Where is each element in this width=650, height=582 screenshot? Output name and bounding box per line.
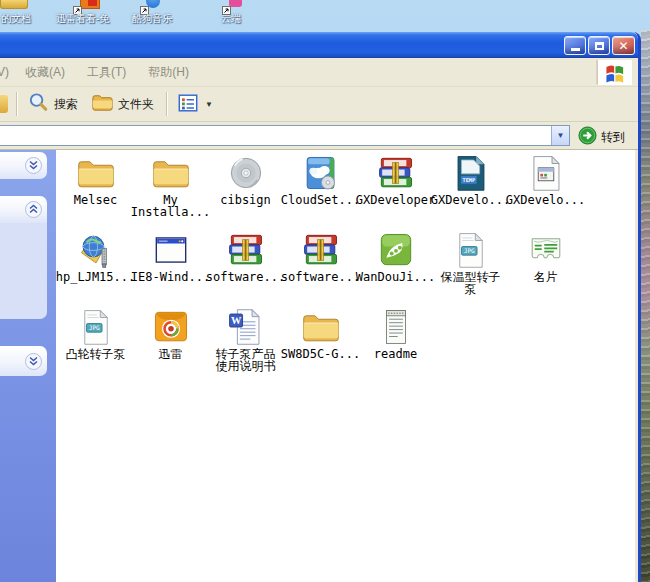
file-label: SW8D5C-G... <box>281 348 360 360</box>
task-pane <box>0 150 56 582</box>
file-label: readme <box>374 348 417 360</box>
file-label: 凸轮转子泵 <box>66 348 126 360</box>
minimize-icon <box>571 48 580 51</box>
cloud-drive-label[interactable]: 云端 <box>221 12 241 26</box>
wandoujia-icon <box>374 230 418 270</box>
file-label: IE8-Wind... <box>131 271 210 283</box>
windows-logo-icon <box>597 60 632 85</box>
file-item[interactable]: W转子泵产品使用说明书 <box>208 306 283 383</box>
clipped-toolbar-icon <box>0 95 8 113</box>
folder-icon <box>149 153 193 193</box>
zipglobe-icon <box>74 230 118 270</box>
chevron-collapse-icon[interactable] <box>25 201 42 222</box>
file-item[interactable]: software... <box>283 229 358 306</box>
close-icon: ✕ <box>618 40 628 52</box>
file-item[interactable]: MyInstalla... <box>133 152 208 229</box>
folder-icon <box>299 307 343 347</box>
rar-icon <box>374 153 418 193</box>
search-icon <box>27 91 50 117</box>
rar-icon <box>299 230 343 270</box>
svg-text:W: W <box>230 315 241 326</box>
cloudset-icon <box>299 153 343 193</box>
views-icon <box>177 92 199 117</box>
apppage-icon <box>524 153 568 193</box>
folders-label: 文件夹 <box>118 96 154 113</box>
menu-item-tools[interactable]: 工具(T) <box>87 64 126 81</box>
file-label: 迅雷 <box>159 348 183 360</box>
minimize-button[interactable] <box>564 36 586 55</box>
file-item[interactable]: 迅雷 <box>133 306 208 383</box>
file-label: WanDouJi... <box>356 271 435 283</box>
file-item[interactable]: readme <box>358 306 433 383</box>
file-label: MyInstalla... <box>131 194 210 218</box>
address-bar: ▼ 转到 <box>0 122 638 150</box>
file-label: software... <box>281 271 360 283</box>
file-item[interactable]: Melsec <box>58 152 133 229</box>
tempdoc-icon: TEMP <box>449 153 493 193</box>
my-documents-icon[interactable] <box>0 0 28 9</box>
file-grid: MelsecMyInstalla...cibsignCloudSet...GXD… <box>58 152 583 383</box>
file-item[interactable]: IE8-Wind... <box>133 229 208 306</box>
shortcut-arrow-icon <box>140 1 149 10</box>
file-item[interactable]: JPG保温型转子泵 <box>433 229 508 306</box>
file-label: Melsec <box>74 194 117 206</box>
chevron-down-icon: ▼ <box>557 131 565 140</box>
toolbar: 搜索 文件夹 ▼ <box>0 87 638 122</box>
shortcut-arrow-icon <box>73 1 82 10</box>
maximize-button[interactable] <box>588 36 610 55</box>
file-item[interactable]: 名片 <box>508 229 583 306</box>
file-item[interactable]: SW8D5C-G... <box>283 306 358 383</box>
views-button[interactable]: ▼ <box>172 89 221 120</box>
address-field[interactable]: ▼ <box>0 125 570 146</box>
file-item[interactable]: WanDouJi... <box>358 229 433 306</box>
file-label: 名片 <box>534 271 558 283</box>
hd-chip <box>88 0 97 6</box>
go-button[interactable]: 转到 <box>578 126 625 148</box>
shortcut-arrow-icon <box>222 1 231 10</box>
screen: 的文档 迅雷看看-免 酷狗音乐 云端 ✕ V) 收藏(A) 工具(T) 帮助(H… <box>0 0 650 582</box>
file-item[interactable]: GXDevelo... <box>508 152 583 229</box>
file-item[interactable]: JPG凸轮转子泵 <box>58 306 133 383</box>
explorer-window: ✕ V) 收藏(A) 工具(T) 帮助(H) 搜索 文件夹 <box>0 32 641 582</box>
folder-content: MelsecMyInstalla...cibsignCloudSet...GXD… <box>0 150 635 582</box>
file-item[interactable]: CloudSet... <box>283 152 358 229</box>
search-button[interactable]: 搜索 <box>22 88 86 120</box>
close-button[interactable]: ✕ <box>612 36 635 55</box>
file-label: 保温型转子泵 <box>441 271 501 295</box>
menu-item-favorites[interactable]: 收藏(A) <box>25 64 65 81</box>
folders-button[interactable]: 文件夹 <box>86 88 162 120</box>
go-arrow-icon <box>578 126 597 148</box>
xunlei-kankan-label[interactable]: 迅雷看看-免 <box>56 12 109 26</box>
textfile-icon <box>374 307 418 347</box>
chevron-down-icon: ▼ <box>205 100 213 109</box>
chevron-expand-icon[interactable] <box>25 353 42 374</box>
toolbar-separator <box>16 92 18 116</box>
menu-item-clipped[interactable]: V) <box>0 65 9 79</box>
chevron-expand-icon[interactable] <box>25 157 42 178</box>
my-documents-label[interactable]: 的文档 <box>1 12 31 26</box>
task-panel-header-2[interactable] <box>0 196 47 223</box>
address-input[interactable] <box>2 127 546 146</box>
svg-text:JPG: JPG <box>88 324 99 331</box>
file-label: software... <box>206 271 285 283</box>
file-label: CloudSet... <box>281 194 360 206</box>
address-dropdown-button[interactable]: ▼ <box>551 126 569 145</box>
file-item[interactable]: software... <box>208 229 283 306</box>
file-label: cibsign <box>220 194 271 206</box>
file-item[interactable]: cibsign <box>208 152 283 229</box>
menu-item-help[interactable]: 帮助(H) <box>148 64 189 81</box>
task-panel-header-3[interactable] <box>0 346 47 376</box>
folder-icon <box>74 153 118 193</box>
task-panel-header-1[interactable] <box>0 152 47 179</box>
svg-text:JPG: JPG <box>463 247 474 254</box>
file-item[interactable]: hp_LJM15... <box>58 229 133 306</box>
file-label: GXDeveloper <box>356 194 435 206</box>
window-titlebar[interactable]: ✕ <box>0 32 638 58</box>
task-panel-body <box>0 223 47 319</box>
kugou-label[interactable]: 酷狗音乐 <box>132 12 172 26</box>
file-item[interactable]: TEMPGXDevelo... <box>433 152 508 229</box>
maximize-icon <box>595 42 604 50</box>
file-item[interactable]: GXDeveloper <box>358 152 433 229</box>
menu-bar: V) 收藏(A) 工具(T) 帮助(H) <box>0 58 638 87</box>
card-icon <box>524 230 568 270</box>
